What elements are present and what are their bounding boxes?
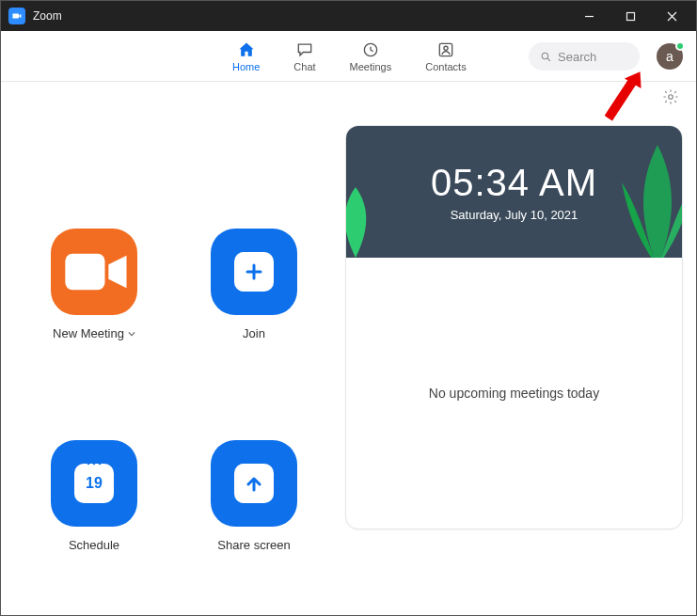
no-meetings-text: No upcoming meetings today — [429, 386, 599, 401]
home-icon — [236, 40, 257, 59]
avatar-letter: a — [666, 49, 673, 64]
schedule-button[interactable]: 19 — [51, 440, 137, 527]
share-label: Share screen — [217, 538, 290, 552]
video-icon — [51, 229, 137, 315]
chevron-down-icon — [128, 330, 135, 338]
tile-share: Share screen — [174, 440, 334, 603]
subbar — [1, 82, 696, 116]
svg-rect-1 — [626, 12, 634, 20]
clock-date: Saturday, July 10, 2021 — [451, 208, 578, 222]
clock-banner: 05:34 AM Saturday, July 10, 2021 — [346, 126, 682, 258]
close-button[interactable] — [651, 1, 692, 31]
share-screen-button[interactable] — [211, 440, 297, 527]
settings-button[interactable] — [662, 88, 679, 109]
tab-chat[interactable]: Chat — [293, 40, 315, 72]
tab-home[interactable]: Home — [232, 40, 260, 72]
meetings-body: No upcoming meetings today — [346, 258, 682, 529]
join-button[interactable] — [211, 229, 297, 315]
titlebar: Zoom — [1, 1, 696, 31]
avatar[interactable]: a — [657, 43, 683, 70]
search-input[interactable]: Search — [529, 42, 640, 71]
svg-point-7 — [542, 53, 548, 59]
action-grid: New Meeting Join 19 — [14, 125, 334, 602]
plant-decor-right-icon — [620, 135, 682, 258]
svg-line-8 — [547, 58, 550, 61]
new-meeting-button[interactable] — [51, 229, 137, 315]
svg-point-6 — [444, 46, 448, 50]
new-meeting-label: New Meeting — [53, 326, 124, 340]
plus-badge — [234, 252, 274, 292]
right-panel: 05:34 AM Saturday, July 10, 2021 No upco… — [345, 125, 683, 602]
tab-contacts-label: Contacts — [425, 61, 466, 72]
search-icon — [540, 51, 552, 63]
zoom-app-icon — [8, 8, 25, 24]
content: New Meeting Join 19 — [1, 116, 696, 615]
join-label: Join — [243, 326, 265, 340]
clock-time: 05:34 AM — [431, 162, 597, 204]
schedule-label: Schedule — [69, 538, 119, 552]
window-controls — [568, 1, 692, 31]
arrow-up-icon — [243, 472, 265, 495]
chat-icon — [294, 40, 315, 59]
maximize-button[interactable] — [610, 1, 651, 31]
svg-rect-10 — [65, 254, 104, 290]
window-title: Zoom — [33, 9, 62, 23]
gear-icon — [662, 88, 679, 105]
title-left: Zoom — [8, 8, 62, 24]
tab-meetings-label: Meetings — [350, 61, 392, 72]
calendar-badge: 19 — [74, 464, 114, 503]
app-window: Zoom Home Chat — [0, 0, 697, 616]
minimize-button[interactable] — [568, 1, 610, 31]
svg-point-9 — [669, 95, 673, 100]
tab-home-label: Home — [232, 61, 260, 72]
tile-join: Join — [174, 229, 334, 391]
calendar-icon — [83, 458, 105, 481]
plant-decor-left-icon — [346, 182, 384, 258]
tab-chat-label: Chat — [293, 61, 315, 72]
plus-icon — [243, 261, 265, 283]
arrow-up-badge — [234, 464, 274, 503]
meetings-card: 05:34 AM Saturday, July 10, 2021 No upco… — [345, 125, 683, 529]
tile-schedule: 19 Schedule — [14, 440, 174, 603]
search-placeholder: Search — [558, 50, 596, 64]
tile-new-meeting: New Meeting — [14, 229, 174, 391]
clock-icon — [360, 40, 381, 59]
contacts-icon — [436, 40, 456, 59]
tab-contacts[interactable]: Contacts — [425, 40, 466, 72]
presence-dot-icon — [675, 41, 685, 51]
topbar: Home Chat Meetings Contacts — [1, 31, 696, 82]
nav-tabs: Home Chat Meetings Contacts — [232, 40, 467, 72]
new-meeting-label-row[interactable]: New Meeting — [53, 326, 135, 340]
tab-meetings[interactable]: Meetings — [350, 40, 392, 72]
